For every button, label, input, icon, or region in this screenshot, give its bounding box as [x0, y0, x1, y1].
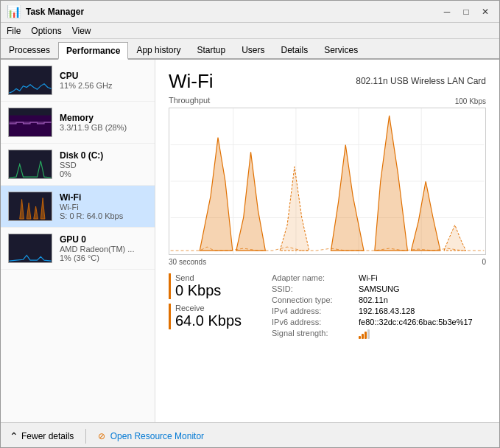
info-row-adapter: Adapter name: Wi-Fi — [272, 273, 473, 282]
gpu-sub2: 1% (36 °C) — [60, 253, 134, 262]
svg-marker-16 — [375, 116, 408, 251]
signal-bar-1 — [359, 336, 361, 339]
signal-key: Signal strength: — [272, 329, 353, 340]
send-receive-block: Send 0 Kbps Receive 64.0 Kbps — [169, 273, 250, 343]
title-bar: 📊 Task Manager ─ □ ✕ — [1, 1, 499, 23]
resource-monitor-label: Open Resource Monitor — [110, 431, 204, 441]
info-row-ipv6: IPv6 address: fe80::32dc:c426:6bac:5b3e%… — [272, 318, 473, 326]
time-left-label: 30 seconds — [169, 258, 206, 266]
open-resource-monitor-link[interactable]: ⊘ Open Resource Monitor — [98, 431, 204, 441]
svg-marker-14 — [280, 167, 309, 251]
memory-name: Memory — [60, 113, 127, 123]
svg-marker-12 — [200, 138, 233, 251]
disk-sub1: SSD — [60, 161, 103, 169]
tab-users[interactable]: Users — [233, 41, 272, 58]
signal-bar-3 — [365, 332, 367, 339]
throughput-chart — [169, 108, 486, 255]
footer-divider — [85, 429, 86, 444]
tab-processes[interactable]: Processes — [1, 41, 58, 58]
connection-type-val: 802.11n — [359, 295, 388, 304]
gpu-mini-graph — [8, 234, 52, 263]
tab-startup[interactable]: Startup — [189, 41, 233, 58]
ipv4-key: IPv4 address: — [272, 307, 353, 315]
menu-options[interactable]: Options — [31, 26, 61, 36]
ipv4-val: 192.168.43.128 — [359, 307, 415, 315]
gpu-name: GPU 0 — [60, 234, 134, 245]
minimize-button[interactable]: ─ — [439, 4, 455, 20]
fewer-details-label: Fewer details — [21, 431, 74, 441]
menu-bar: File Options View — [1, 23, 499, 39]
detail-title: Wi-Fi — [169, 70, 214, 93]
sidebar-item-disk[interactable]: Disk 0 (C:) SSD 0% — [1, 144, 155, 186]
signal-bar-4 — [367, 329, 370, 339]
detail-header: Wi-Fi 802.11n USB Wireless LAN Card — [169, 70, 486, 93]
info-row-connection: Connection type: 802.11n — [272, 295, 473, 304]
wifi-mini-graph — [8, 192, 52, 221]
signal-bars-icon — [359, 329, 370, 339]
connection-type-key: Connection type: — [272, 295, 353, 304]
receive-label: Receive — [175, 304, 250, 312]
gpu-sub1: AMD Radeon(TM) ... — [60, 245, 134, 253]
ssid-val: SAMSUNG — [359, 284, 400, 293]
disk-info: Disk 0 (C:) SSD 0% — [60, 150, 103, 178]
tab-services[interactable]: Services — [316, 41, 366, 58]
menu-file[interactable]: File — [7, 26, 21, 36]
memory-sub: 3.3/11.9 GB (28%) — [60, 123, 127, 132]
ipv6-val: fe80::32dc:c426:6bac:5b3e%17 — [359, 318, 473, 326]
tab-details[interactable]: Details — [272, 41, 316, 58]
fewer-details-button[interactable]: ⌃ Fewer details — [10, 430, 74, 442]
window-title: Task Manager — [26, 7, 439, 17]
cpu-info: CPU 11% 2.56 GHz — [60, 71, 113, 90]
window-controls: ─ □ ✕ — [439, 4, 493, 20]
disk-sub2: 0% — [60, 169, 103, 178]
signal-bar-2 — [362, 334, 364, 339]
detail-panel: Wi-Fi 802.11n USB Wireless LAN Card Thro… — [155, 60, 499, 422]
svg-marker-18 — [444, 225, 466, 251]
sidebar-item-cpu[interactable]: CPU 11% 2.56 GHz — [1, 60, 155, 102]
memory-mini-graph — [8, 108, 52, 137]
wifi-sub2: S: 0 R: 64.0 Kbps — [60, 211, 123, 220]
menu-view[interactable]: View — [72, 26, 91, 36]
send-block: Send 0 Kbps — [169, 273, 250, 299]
cpu-mini-graph — [8, 66, 52, 95]
sidebar-item-gpu[interactable]: GPU 0 AMD Radeon(TM) ... 1% (36 °C) — [1, 228, 155, 270]
disk-name: Disk 0 (C:) — [60, 150, 103, 161]
detail-adapter: 802.11n USB Wireless LAN Card — [356, 70, 486, 86]
ipv6-key: IPv6 address: — [272, 318, 353, 326]
cpu-name: CPU — [60, 71, 113, 81]
svg-rect-0 — [10, 116, 52, 137]
sidebar-item-wifi[interactable]: Wi-Fi Wi-Fi S: 0 R: 64.0 Kbps — [1, 186, 155, 228]
signal-val — [359, 329, 370, 340]
send-value: 0 Kbps — [175, 282, 250, 299]
memory-info: Memory 3.3/11.9 GB (28%) — [60, 113, 127, 132]
fewer-details-icon: ⌃ — [10, 430, 18, 442]
info-row-ssid: SSID: SAMSUNG — [272, 284, 473, 293]
scale-label: 100 Kbps — [455, 97, 486, 105]
wifi-name: Wi-Fi — [60, 192, 123, 203]
sidebar-item-memory[interactable]: Memory 3.3/11.9 GB (28%) — [1, 102, 155, 144]
info-table: Adapter name: Wi-Fi SSID: SAMSUNG Connec… — [272, 273, 473, 343]
svg-marker-13 — [236, 152, 266, 251]
info-row-signal: Signal strength: — [272, 329, 473, 340]
close-button[interactable]: ✕ — [477, 4, 493, 20]
sidebar: CPU 11% 2.56 GHz Memory 3.3/11.9 GB (28%… — [1, 60, 155, 422]
time-right-label: 0 — [482, 258, 486, 266]
app-icon: 📊 — [7, 4, 21, 18]
stats-info-row: Send 0 Kbps Receive 64.0 Kbps Adapter na… — [169, 273, 486, 343]
tab-app-history[interactable]: App history — [128, 41, 189, 58]
footer: ⌃ Fewer details ⊘ Open Resource Monitor — [1, 422, 499, 448]
info-row-ipv4: IPv4 address: 192.168.43.128 — [272, 307, 473, 315]
ssid-key: SSID: — [272, 284, 353, 293]
wifi-info: Wi-Fi Wi-Fi S: 0 R: 64.0 Kbps — [60, 192, 123, 220]
cpu-sub: 11% 2.56 GHz — [60, 81, 113, 90]
throughput-label: Throughput — [169, 96, 210, 105]
maximize-button[interactable]: □ — [458, 4, 474, 20]
svg-marker-17 — [411, 181, 440, 251]
svg-marker-2 — [27, 203, 31, 219]
main-content: CPU 11% 2.56 GHz Memory 3.3/11.9 GB (28%… — [1, 60, 499, 422]
gpu-info: GPU 0 AMD Radeon(TM) ... 1% (36 °C) — [60, 234, 134, 262]
tab-performance[interactable]: Performance — [58, 42, 128, 60]
adapter-name-key: Adapter name: — [272, 273, 353, 282]
wifi-sub1: Wi-Fi — [60, 203, 123, 211]
send-label: Send — [175, 273, 250, 282]
